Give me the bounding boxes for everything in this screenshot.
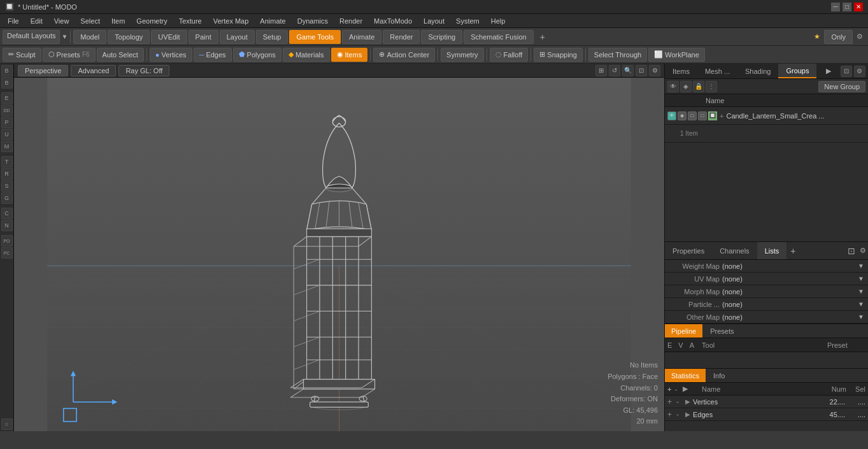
viewport[interactable]: Perspective Advanced Ray GL: Off ⊞ ↺ 🔍 ⊡…	[14, 64, 664, 431]
rp-tabs-arrow[interactable]: ▶	[822, 67, 835, 75]
rp-expand-btn[interactable]: ⊡	[841, 66, 852, 77]
select-through-button[interactable]: Select Through	[588, 48, 647, 62]
menu-animate[interactable]: Animate	[255, 16, 290, 26]
vertices-button[interactable]: ● Vertices	[150, 48, 192, 62]
tab-plus-button[interactable]: +	[535, 29, 550, 45]
morph-map-dropdown[interactable]: ▼	[858, 288, 864, 295]
layout-dropdown-btn[interactable]: Default Layouts	[3, 30, 60, 44]
stats-vertices-plus[interactable]: +	[667, 397, 675, 406]
only-button[interactable]: Only	[824, 30, 853, 44]
particle-map-dropdown[interactable]: ▼	[858, 301, 864, 308]
left-tool-14[interactable]: PO	[1, 235, 13, 246]
polygons-button[interactable]: ⬟ Polygons	[233, 48, 281, 62]
vp-ctrl-fit[interactable]: ⊡	[636, 65, 647, 76]
left-tool-9[interactable]: R	[1, 168, 13, 180]
menu-file[interactable]: File	[3, 16, 24, 26]
item-render-icon[interactable]: ◈	[678, 111, 687, 120]
item-lock-icon[interactable]: □	[688, 111, 697, 120]
menu-item[interactable]: Item	[106, 16, 130, 26]
snapping-button[interactable]: ⊞ Snapping	[534, 48, 583, 62]
rp-stats-tab-info[interactable]: Info	[707, 369, 731, 382]
menu-help[interactable]: Help	[486, 16, 511, 26]
left-tool-4[interactable]: DD	[1, 104, 13, 116]
left-tool-3[interactable]: E	[1, 92, 13, 104]
layout-dropdown[interactable]: Default Layouts ▼	[3, 30, 68, 44]
rp-add-icon[interactable]: +	[720, 112, 723, 120]
rp-stats-tab-statistics[interactable]: Statistics	[665, 369, 706, 382]
materials-button[interactable]: ◆ Materials	[283, 48, 330, 62]
rp-tab-shading[interactable]: Shading	[737, 64, 778, 78]
vp-tab-raygl[interactable]: Ray GL: Off	[118, 65, 169, 76]
layout-dropdown-arrow[interactable]: ▼	[61, 33, 68, 40]
symmetry-button[interactable]: Symmetry	[441, 48, 484, 62]
rp-lock-toggle[interactable]: 🔒	[693, 81, 704, 92]
rp-pipe-tab-pipeline[interactable]: Pipeline	[665, 324, 702, 338]
rp-mid-tab-properties[interactable]: Properties	[665, 242, 712, 259]
vp-tab-perspective[interactable]: Perspective	[18, 65, 68, 76]
maximize-button[interactable]: □	[843, 3, 851, 11]
item-expand-icon[interactable]: □	[698, 111, 707, 120]
rp-more-options[interactable]: ⋮	[706, 81, 717, 92]
left-tool-1[interactable]: B	[1, 65, 13, 76]
weight-map-dropdown[interactable]: ▼	[858, 262, 864, 269]
left-tool-12[interactable]: C	[1, 208, 13, 219]
left-tool-8[interactable]: T	[1, 156, 13, 167]
tab-paint[interactable]: Paint	[189, 30, 218, 44]
vp-ctrl-settings[interactable]: ⚙	[649, 65, 660, 76]
menu-geometry[interactable]: Geometry	[131, 16, 172, 26]
tab-uvedit[interactable]: UVEdit	[151, 30, 187, 44]
tab-layout[interactable]: Layout	[220, 30, 255, 44]
rp-mid-plus-btn[interactable]: +	[786, 246, 799, 256]
vp-ctrl-rotate[interactable]: ↺	[609, 65, 620, 76]
rp-mid-tab-channels[interactable]: Channels	[712, 242, 757, 259]
left-tool-7[interactable]: M	[1, 141, 13, 152]
presets-button[interactable]: ⬡ Presets F6	[43, 48, 96, 62]
vp-ctrl-1[interactable]: ⊞	[595, 65, 607, 76]
left-tool-5[interactable]: P	[1, 117, 13, 128]
auto-select-button[interactable]: Auto Select	[97, 48, 144, 62]
stats-vertices-expand[interactable]: ▶	[685, 398, 692, 405]
left-tool-2[interactable]: B	[1, 77, 13, 89]
left-tool-10[interactable]: S	[1, 180, 13, 192]
tab-model[interactable]: Model	[73, 30, 106, 44]
rp-tab-items[interactable]: Items	[665, 64, 697, 78]
tab-setup[interactable]: Setup	[256, 30, 288, 44]
rp-vis-toggle[interactable]: 👁	[667, 81, 679, 92]
menu-view[interactable]: View	[49, 16, 75, 26]
vp-ctrl-zoom[interactable]: 🔍	[622, 65, 634, 76]
sculpt-button[interactable]: ✏ Sculpt	[3, 48, 41, 62]
new-group-button[interactable]: New Group	[818, 81, 865, 92]
rp-tab-mesh[interactable]: Mesh ...	[697, 64, 737, 78]
settings-icon[interactable]: ⚙	[854, 32, 865, 41]
minimize-button[interactable]: ─	[831, 3, 840, 11]
rp-pipe-tab-presets[interactable]: Presets	[704, 324, 740, 338]
menu-edit[interactable]: Edit	[25, 16, 48, 26]
rp-list-item-0[interactable]: 👁 ◈ □ □ 🔲 + Candle_Lantern_Small_Crea ..…	[665, 107, 868, 125]
left-tool-15[interactable]: PC	[1, 247, 13, 259]
rp-mid-tab-lists[interactable]: Lists	[757, 242, 787, 259]
workplane-button[interactable]: ⬜ WorkPlane	[648, 48, 705, 62]
stats-edges-minus[interactable]: -	[676, 410, 684, 419]
rp-tab-groups[interactable]: Groups	[778, 64, 816, 78]
item-vis-icon[interactable]: 👁	[667, 111, 676, 120]
menu-layout[interactable]: Layout	[418, 16, 450, 26]
menu-maxtomodo[interactable]: MaxToModo	[369, 16, 417, 26]
left-tool-6[interactable]: U	[1, 129, 13, 140]
close-button[interactable]: ✕	[854, 3, 863, 11]
edges-button[interactable]: ─ Edges	[194, 48, 232, 62]
menu-system[interactable]: System	[451, 16, 485, 26]
stats-vertices-minus[interactable]: -	[676, 397, 684, 406]
left-tool-11[interactable]: G	[1, 192, 13, 204]
vp-tab-advanced[interactable]: Advanced	[71, 65, 116, 76]
viewport-canvas[interactable]: No Items Polygons : Face Channels: 0 Def…	[14, 78, 664, 431]
stats-edges-expand[interactable]: ▶	[685, 411, 692, 418]
action-center-button[interactable]: ⊕ Action Center	[373, 48, 435, 62]
tab-topology[interactable]: Topology	[108, 30, 150, 44]
stats-edges-plus[interactable]: +	[667, 410, 675, 419]
uv-map-dropdown[interactable]: ▼	[858, 275, 864, 282]
menu-dynamics[interactable]: Dynamics	[292, 16, 333, 26]
menu-render[interactable]: Render	[334, 16, 367, 26]
falloff-button[interactable]: ◌ Falloff	[490, 48, 529, 62]
items-button[interactable]: ◉ Items	[331, 48, 368, 62]
titlebar-controls[interactable]: ─ □ ✕	[831, 3, 863, 11]
